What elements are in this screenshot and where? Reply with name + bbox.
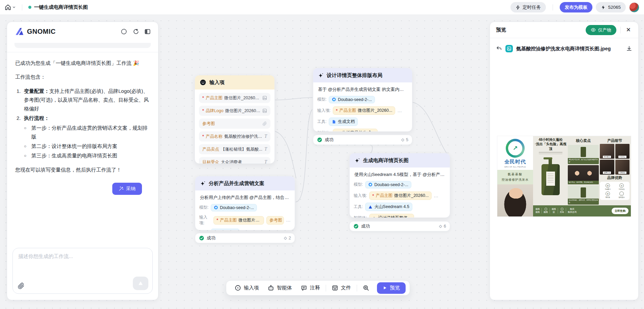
home-button[interactable] xyxy=(5,4,16,10)
history-icon[interactable] xyxy=(121,28,127,35)
preview-run-button[interactable]: 预览 xyxy=(377,282,406,294)
field-label: 输入项: xyxy=(199,214,211,226)
credits-count: 52065 xyxy=(608,5,621,10)
field-label: 智能体: xyxy=(354,215,367,218)
collapse-panel-icon[interactable] xyxy=(144,28,151,35)
input-row-product-name[interactable]: * 产品名称 氨基酸控油修护洗发... T xyxy=(199,131,270,141)
publish-template-button[interactable]: 发布为模板 xyxy=(560,2,593,12)
home-icon xyxy=(5,4,11,10)
canvas-toolbar: 输入项 智能体 注释 文件 预览 xyxy=(226,280,410,295)
gnomic-logo-icon xyxy=(14,27,24,36)
toolbar-add-input[interactable]: 输入项 xyxy=(230,285,263,291)
chat-input[interactable] xyxy=(13,248,152,275)
model-chip[interactable]: Doubao-seed-2-... xyxy=(211,204,257,211)
node-design-layout[interactable]: 设计详情页整体排版布局 基于 @分析产品并生成营销文案 的文案内容，结合产...… xyxy=(313,68,412,132)
agent-chip[interactable]: 设计详情页整体... xyxy=(369,214,414,218)
generated-poster-image[interactable]: ↗ 全民时代 ERA OF ALL PEOPLE 氨基基酸 控油修修护洗发水 4… xyxy=(497,136,631,216)
divider xyxy=(357,285,357,291)
input-ref-chip[interactable]: * 产品主图 微信图片_20260... xyxy=(213,216,264,225)
poster-details-column: 产品细节 细节展示 产品亮点 使用方法 品牌承诺 品牌优势 ✿无硅配方 ⊕无添加… xyxy=(600,137,630,205)
chat-panel: GNOMIC 已成功为您生成「一键生成电商详情页长图」工作流 🎉 工作流包含： … xyxy=(7,22,158,300)
close-icon[interactable]: ✕ xyxy=(625,26,632,34)
list-subitem: 第一步：分析产品生成连贯的营销话术文案，规划排版 xyxy=(24,124,150,141)
agent-chip[interactable]: 分析产品并生成... xyxy=(333,129,378,132)
field-label: 模型: xyxy=(317,97,326,102)
success-check-icon xyxy=(317,137,322,143)
divider xyxy=(620,27,621,33)
comment-icon xyxy=(301,285,307,291)
user-avatar[interactable] xyxy=(629,2,639,12)
play-icon xyxy=(383,286,387,290)
input-ref-chip[interactable]: * 产品主图 微信图片_20260... xyxy=(333,106,395,115)
toolbar-add-agent[interactable]: 智能体 xyxy=(263,285,296,291)
toolbar-add-comment[interactable]: 注释 xyxy=(296,285,324,291)
file-box-icon xyxy=(332,285,338,291)
adopt-label: 采纳 xyxy=(126,186,136,192)
magnifier-icon xyxy=(363,285,369,291)
credits-badge[interactable]: 52065 xyxy=(596,2,626,12)
model-chip[interactable]: Doubao-seed-2-... xyxy=(329,96,375,103)
input-row-brand-logo[interactable]: * 品牌Logo 微信图片_20260319... xyxy=(199,106,270,116)
send-button[interactable] xyxy=(133,277,148,290)
poster-selling-points-column: 核心卖点 48小时产品介绍，核心卖点为您带来焕亮洗护 核心亮点、有机萃取、发丝蓬… xyxy=(568,137,599,205)
more-ellipsis[interactable]: ... xyxy=(286,218,291,223)
more-ellipsis[interactable]: ... xyxy=(434,194,438,198)
node-inputs[interactable]: 输入项 * 产品主图 微信图片_20260319... * 品牌Logo 微信图… xyxy=(195,75,275,164)
node-description: 基于 @分析产品并生成营销文案 的文案内容，结合产... xyxy=(317,86,408,93)
poster-detail-photo: 产品亮点 xyxy=(615,144,630,159)
node-title: 分析产品并生成营销文案 xyxy=(209,180,264,187)
field-label: 智能体: xyxy=(317,130,330,132)
input-row-reference-image[interactable]: 参考图 xyxy=(199,119,270,129)
back-icon[interactable] xyxy=(496,46,502,52)
scheduled-tasks-label: 定时任务 xyxy=(523,4,541,10)
scheduled-tasks-button[interactable]: 定时任务 xyxy=(510,2,546,12)
brand-logo-icon: ↗ xyxy=(506,139,525,158)
poster-section-title: 产品细节 xyxy=(600,138,630,143)
field-label: 工具: xyxy=(317,119,326,125)
tool-chip[interactable]: 生成文档 xyxy=(329,118,358,126)
node-analyze-header: 分析产品并生成营销文案 xyxy=(195,176,295,190)
input-row-selling-points[interactable]: 产品卖点 【蓬松秘境】氨基酸... T xyxy=(199,144,270,154)
poster-section-title: 品牌优势 xyxy=(600,175,630,180)
assistant-message: 已成功为您生成「一键生成电商详情页长图」工作流 🎉 工作流包含： 1. 变量配置… xyxy=(7,52,158,243)
tool-chip[interactable]: 生成文档 xyxy=(211,229,240,230)
new-chat-icon[interactable] xyxy=(133,28,139,35)
node-design-status[interactable]: 成功 5 xyxy=(313,135,412,145)
only-artifact-toggle[interactable]: 仅产物 xyxy=(586,25,616,35)
artifact-filename[interactable]: 氨基酸控油修护洗发水电商详情页长图.jpeg xyxy=(516,46,623,52)
tool-chip[interactable]: 火山Seedream 4.5 xyxy=(365,203,412,211)
poster-selling-card: 洗出2倍蓬松，温和洁净、100%打理发丝蓬松 xyxy=(568,185,599,205)
preview-body: ↗ 全民时代 ERA OF ALL PEOPLE 氨基基酸 控油修修护洗发水 4… xyxy=(490,52,638,300)
node-inputs-header: 输入项 xyxy=(195,75,274,89)
publish-template-label: 发布为模板 xyxy=(565,4,588,10)
field-label: 输入项: xyxy=(354,193,367,199)
node-analyze-copy[interactable]: 分析产品并生成营销文案 分析用户上传的产品主图 @产品主图，结合用户提供... … xyxy=(195,176,295,230)
input-row-target-audience[interactable]: 目标受众 大众消费者 T xyxy=(199,157,270,164)
download-icon[interactable] xyxy=(626,46,632,52)
node-design-header: 设计详情页整体排版布局 xyxy=(313,68,412,82)
attach-paperclip-icon[interactable] xyxy=(18,282,25,289)
artifact-file-row: 氨基酸控油修护洗发水电商详情页长图.jpeg xyxy=(490,38,638,52)
poster-detail-photo: 细节展示 xyxy=(600,144,614,159)
poster-detail-photo: 使用方法 xyxy=(600,160,614,175)
toolbar-files[interactable]: 文件 xyxy=(327,285,355,291)
input-ref-chip[interactable]: 参考图 xyxy=(266,216,284,225)
adopt-button[interactable]: 采纳 xyxy=(112,183,142,195)
model-chip[interactable]: Doubao-seed-2-... xyxy=(365,181,411,188)
input-ref-chip[interactable]: * 产品主图 微信图片_20260... xyxy=(369,191,432,200)
sparkle-icon xyxy=(354,158,360,163)
node-analyze-status[interactable]: 成功 2 xyxy=(195,233,295,243)
toolbar-zoom[interactable] xyxy=(358,285,374,291)
field-label: 工具: xyxy=(199,230,208,230)
workflow-app: 一键生成电商详情页长图 定时任务 发布为模板 52065 xyxy=(0,0,644,309)
node-generate-image[interactable]: 生成电商详情页长图 使用火山Seedream 4.5模型，基于 @分析产品并生成… xyxy=(349,153,450,218)
poster-model-photo xyxy=(497,184,533,216)
gnomic-brand: GNOMIC xyxy=(14,27,56,36)
poster-brand-en: ERA OF ALL PEOPLE xyxy=(504,166,526,168)
message-outro: 您现在可以填写变量信息，然后执行工作流了！ xyxy=(15,165,150,174)
document-icon xyxy=(332,120,336,124)
node-generate-status[interactable]: 成功 6 xyxy=(349,221,450,231)
input-row-product-image[interactable]: * 产品主图 微信图片_20260319... xyxy=(199,93,270,103)
toolbar-label: 输入项 xyxy=(244,285,259,291)
more-ellipsis[interactable]: ... xyxy=(398,108,402,113)
